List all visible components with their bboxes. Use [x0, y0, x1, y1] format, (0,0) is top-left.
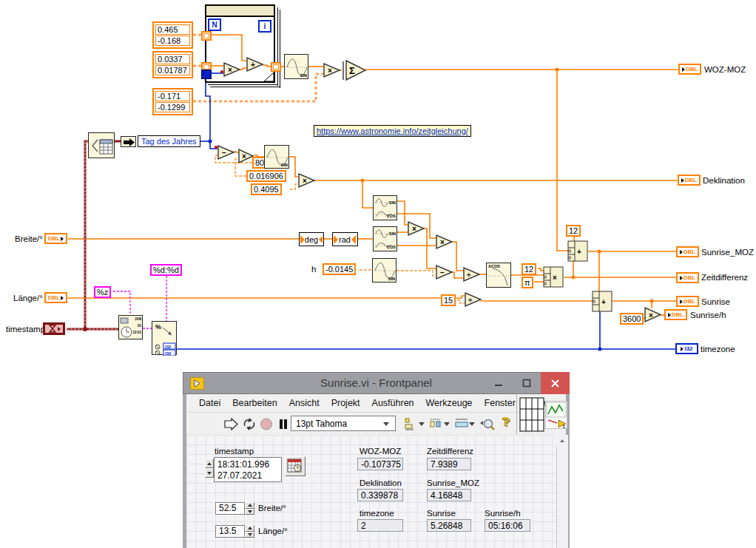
search-icon[interactable]	[478, 418, 496, 431]
distribute-objects-button[interactable]	[429, 417, 451, 431]
sine-function-node[interactable]: SIN	[372, 258, 396, 283]
breite-field[interactable]: 52.5	[215, 502, 245, 515]
menu-item-datei[interactable]: Datei	[193, 398, 226, 408]
array-constant-3[interactable]: -0.171 -0.1299	[152, 88, 193, 115]
spin-down[interactable]	[205, 468, 214, 478]
stop-button[interactable]	[260, 418, 273, 430]
unit-rad-box[interactable]: rad	[332, 232, 358, 246]
compound-add-node[interactable]: +	[567, 240, 589, 263]
unit-deg-box[interactable]: deg	[299, 232, 324, 246]
align-objects-button[interactable]	[404, 417, 426, 431]
maximize-button[interactable]	[513, 372, 541, 394]
hyperlink-label[interactable]: https://www.astronomie.info/zeitgleichun…	[314, 125, 471, 137]
multiply-node[interactable]: ×	[644, 307, 662, 323]
divide-node[interactable]: ÷	[463, 267, 481, 283]
menu-item-werkzeuge[interactable]: Werkzeuge	[420, 398, 479, 408]
seconds-to-datetime-node[interactable]	[88, 132, 115, 158]
laenge-field[interactable]: 13.5	[215, 525, 245, 538]
spin-up[interactable]	[205, 459, 214, 468]
constant-04095[interactable]: 0.4095	[251, 183, 282, 195]
breite-control-terminal[interactable]: DBL	[44, 233, 67, 244]
zeitdifferenz-indicator-terminal[interactable]: DBL	[676, 272, 699, 283]
multiply-node[interactable]: ×	[436, 234, 453, 250]
menu-item-bearbeiten[interactable]: Bearbeiten	[226, 398, 283, 408]
array-cell[interactable]: -0.168	[155, 35, 190, 46]
run-button[interactable]	[223, 418, 239, 430]
laenge-spinner[interactable]	[245, 525, 254, 538]
array-cell[interactable]: -0.171	[155, 91, 190, 101]
unbundle-arrow-node[interactable]	[121, 136, 136, 147]
sunrise-h-indicator-terminal[interactable]: DBL	[664, 309, 687, 320]
alignment-grid-icon[interactable]	[519, 397, 544, 432]
timezone-format-constant[interactable]: %z	[94, 286, 111, 298]
array-constant-1[interactable]: 0.465 -0.168	[152, 21, 193, 49]
constant-3600[interactable]: 3600	[620, 313, 644, 325]
minimize-button[interactable]	[485, 372, 513, 394]
menu-item-fenster[interactable]: Fenster	[479, 398, 522, 408]
array-constant-2[interactable]: 0.0337 0.01787	[152, 51, 193, 78]
scan-format-constant[interactable]: %d:%d	[150, 264, 182, 276]
array-cell[interactable]: 0.01787	[155, 65, 190, 75]
deklination-indicator-terminal[interactable]: DBL	[678, 175, 701, 186]
close-button[interactable]	[541, 372, 570, 394]
array-cell[interactable]: 0.0337	[155, 54, 190, 64]
run-continuous-button[interactable]	[242, 418, 257, 430]
sum-node[interactable]: Σ	[342, 60, 367, 81]
sine-function-node[interactable]: SIN	[284, 54, 308, 79]
scan-from-string-node[interactable]: % I32 I32	[152, 321, 177, 355]
menu-item-ausfuehren[interactable]: Ausführen	[366, 398, 420, 408]
sunrise-indicator-terminal[interactable]: DBL	[676, 296, 699, 307]
vi-icon[interactable]: 1	[545, 401, 567, 429]
timestamp-spinner[interactable]	[205, 459, 214, 478]
add-node[interactable]: +	[246, 57, 264, 72]
constant-12[interactable]: 12	[566, 225, 581, 237]
menu-item-projekt[interactable]: Projekt	[325, 398, 366, 408]
spin-up[interactable]	[245, 502, 254, 509]
pause-button[interactable]	[278, 418, 288, 430]
divide-node[interactable]: ÷	[465, 292, 482, 308]
scroll-up-button[interactable]	[556, 435, 568, 447]
day-of-year-label[interactable]: Tag des Jahres	[138, 135, 200, 147]
multiply-node[interactable]: ×	[238, 149, 254, 164]
font-selector[interactable]: 13pt Tahoma	[291, 416, 396, 431]
constant-12[interactable]: 12	[522, 263, 536, 275]
resize-objects-button[interactable]	[454, 417, 476, 431]
array-cell[interactable]: 0.465	[155, 24, 190, 35]
subtract-node[interactable]: −	[436, 265, 453, 280]
loop-tunnel-array1[interactable]	[201, 31, 212, 41]
spin-up[interactable]	[245, 525, 254, 532]
laenge-control-terminal[interactable]: DBL	[44, 292, 67, 303]
multiply-node[interactable]: ×	[408, 221, 425, 237]
loop-tunnel-output[interactable]	[271, 62, 281, 72]
timezone-indicator-terminal[interactable]: I32	[675, 343, 698, 354]
loop-tunnel-count[interactable]	[201, 70, 212, 79]
woz-moz-indicator-terminal[interactable]: DBL	[678, 64, 701, 75]
array-cell[interactable]: -0.1299	[155, 102, 190, 112]
compound-add-node[interactable]: +	[592, 291, 613, 313]
constant-0016906[interactable]: 0.016906	[246, 170, 286, 182]
breite-spinner[interactable]	[245, 502, 254, 515]
multiply-node[interactable]: ×	[223, 62, 241, 78]
acos-function-node[interactable]: ACOS	[486, 263, 511, 288]
multiply-node[interactable]: ×	[298, 173, 316, 189]
timestamp-field[interactable]: 18:31:01.996 27.07.2021	[214, 457, 282, 482]
loop-iteration-terminal[interactable]: i	[258, 20, 271, 33]
spin-down[interactable]	[245, 532, 254, 538]
timestamp-control-terminal[interactable]	[43, 322, 65, 335]
pi-constant[interactable]: π	[522, 277, 533, 288]
calendar-button[interactable]	[285, 456, 306, 476]
subtract-node[interactable]: −	[217, 145, 235, 160]
format-datetime-node[interactable]: JAN 01 12:01	[118, 315, 143, 339]
constant-15[interactable]: 15	[441, 294, 456, 306]
help-button[interactable]: ?	[502, 415, 514, 433]
multiply-node[interactable]: ×	[323, 63, 341, 78]
h-constant[interactable]: -0.0145	[323, 263, 356, 275]
vertical-scrollbar[interactable]	[556, 435, 568, 548]
menu-item-ansicht[interactable]: Ansicht	[283, 398, 325, 408]
sin-cos-node[interactable]: SIN COS	[373, 195, 397, 220]
sunrise-moz-indicator-terminal[interactable]: DBL	[676, 246, 699, 257]
sin-cos-node[interactable]: SIN COS	[373, 226, 397, 251]
loop-count-terminal[interactable]: N	[208, 18, 221, 31]
compound-multiply-node[interactable]: ×	[543, 266, 564, 288]
spin-down[interactable]	[245, 509, 254, 515]
